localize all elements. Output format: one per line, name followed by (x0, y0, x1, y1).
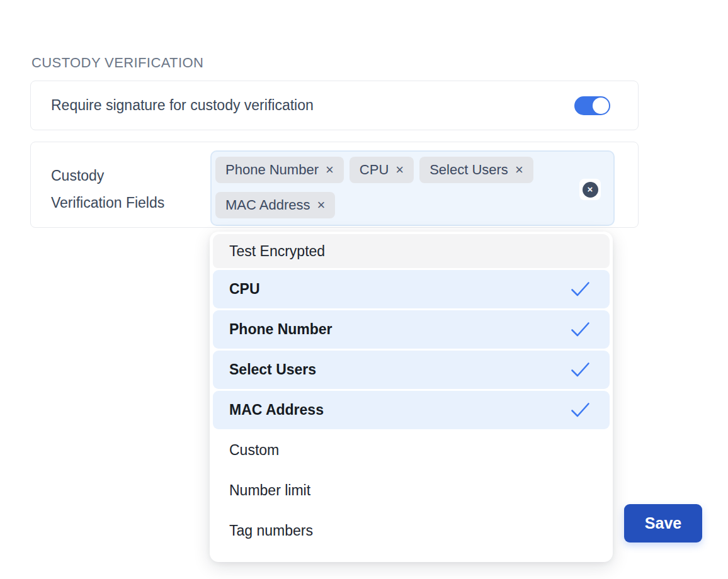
dropdown-option-phone-number[interactable]: Phone Number (213, 310, 610, 349)
selected-tag-phone-number[interactable]: Phone Number× (215, 157, 344, 183)
toggle-knob-icon (593, 98, 609, 114)
dropdown-option-mac-address[interactable]: MAC Address (213, 391, 610, 429)
signature-toggle[interactable] (574, 96, 610, 115)
option-label: CPU (229, 281, 260, 298)
save-button[interactable]: Save (624, 504, 702, 542)
option-label: Phone Number (229, 321, 333, 338)
dropdown-option-tag-numbers[interactable]: Tag numbers (213, 512, 610, 550)
custody-fields-label: Custody Verification Fields (51, 162, 164, 216)
section-title: CUSTODY VERIFICATION (31, 55, 203, 71)
selected-tag-cpu[interactable]: CPU× (350, 157, 414, 183)
check-icon (570, 321, 591, 338)
dropdown-option-number-limit[interactable]: Number limit (213, 471, 610, 510)
selected-tag-select-users[interactable]: Select Users× (419, 157, 533, 183)
option-label: Select Users (229, 361, 316, 378)
option-label: MAC Address (229, 402, 324, 419)
signature-setting-card: Require signature for custody verificati… (30, 81, 639, 130)
clear-all-button[interactable]: × (579, 179, 601, 200)
clear-all-icon: × (583, 182, 598, 198)
custody-fields-label-line2: Verification Fields (51, 189, 164, 216)
tag-label: MAC Address (225, 197, 310, 213)
custody-fields-multiselect[interactable]: Phone Number×CPU×Select Users×MAC Addres… (210, 150, 615, 226)
check-icon (570, 402, 591, 419)
option-label: Number limit (229, 482, 310, 499)
fields-dropdown-menu: Test EncryptedCPUPhone NumberSelect User… (210, 232, 613, 562)
option-label: Custom (229, 442, 279, 459)
clear-all-x-glyph: × (588, 184, 593, 194)
tag-label: CPU (360, 162, 389, 178)
dropdown-option-cpu[interactable]: CPU (213, 270, 610, 308)
option-label: Test Encrypted (229, 243, 325, 260)
tag-label: Select Users (429, 162, 508, 178)
selected-tags-list: Phone Number×CPU×Select Users×MAC Addres… (215, 157, 555, 218)
tag-label: Phone Number (225, 162, 319, 178)
check-icon (570, 361, 591, 378)
remove-tag-icon[interactable]: × (326, 163, 334, 177)
dropdown-option-test-encrypted[interactable]: Test Encrypted (213, 234, 610, 268)
custody-fields-card: Custody Verification Fields Phone Number… (30, 142, 639, 228)
check-icon (570, 281, 591, 298)
remove-tag-icon[interactable]: × (515, 163, 523, 177)
selected-tag-mac-address[interactable]: MAC Address× (215, 192, 335, 218)
dropdown-option-custom[interactable]: Custom (213, 431, 610, 469)
custody-fields-label-line1: Custody (51, 162, 164, 189)
remove-tag-icon[interactable]: × (395, 163, 404, 177)
remove-tag-icon[interactable]: × (317, 198, 326, 212)
option-label: Tag numbers (229, 522, 313, 539)
dropdown-option-select-users[interactable]: Select Users (213, 351, 610, 389)
signature-setting-label: Require signature for custody verificati… (51, 97, 314, 114)
